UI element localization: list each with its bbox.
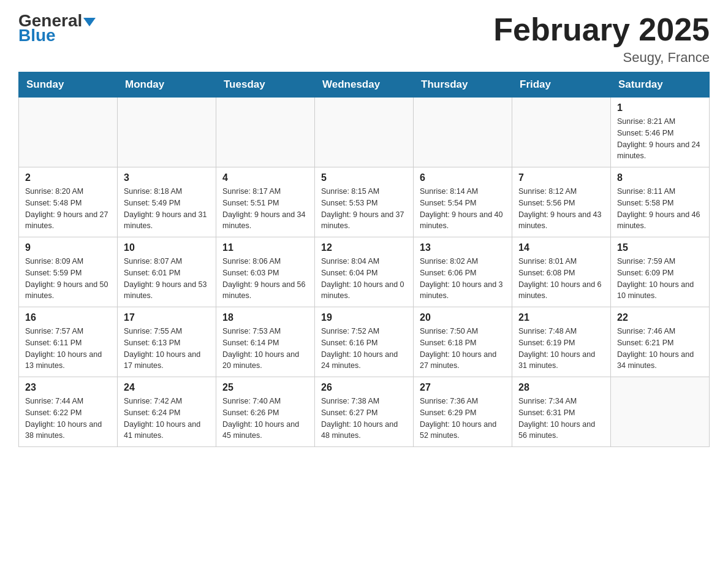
calendar-day-cell: 19Sunrise: 7:52 AMSunset: 6:16 PMDayligh… — [315, 307, 414, 377]
calendar-day-cell: 23Sunrise: 7:44 AMSunset: 6:22 PMDayligh… — [19, 377, 118, 447]
day-of-week-header: Monday — [118, 72, 216, 98]
calendar-week-row: 1Sunrise: 8:21 AMSunset: 5:46 PMDaylight… — [19, 98, 710, 167]
day-number: 23 — [25, 382, 111, 393]
day-info: Sunrise: 8:17 AMSunset: 5:51 PMDaylight:… — [222, 186, 308, 232]
calendar-header-row: SundayMondayTuesdayWednesdayThursdayFrid… — [19, 72, 710, 98]
day-number: 18 — [222, 312, 308, 323]
day-number: 21 — [518, 312, 604, 323]
calendar-day-cell: 14Sunrise: 8:01 AMSunset: 6:08 PMDayligh… — [512, 237, 611, 307]
day-number: 8 — [617, 172, 703, 183]
day-info: Sunrise: 7:53 AMSunset: 6:14 PMDaylight:… — [222, 326, 308, 372]
calendar-day-cell: 15Sunrise: 7:59 AMSunset: 6:09 PMDayligh… — [611, 237, 710, 307]
day-number: 3 — [124, 172, 210, 183]
calendar-day-cell — [512, 98, 611, 167]
day-of-week-header: Friday — [512, 72, 611, 98]
day-info: Sunrise: 8:09 AMSunset: 5:59 PMDaylight:… — [25, 256, 111, 302]
day-info: Sunrise: 7:50 AMSunset: 6:18 PMDaylight:… — [420, 326, 506, 372]
calendar-day-cell — [216, 98, 315, 167]
calendar-table: SundayMondayTuesdayWednesdayThursdayFrid… — [18, 72, 710, 447]
day-number: 9 — [25, 242, 111, 253]
day-number: 17 — [124, 312, 210, 323]
day-info: Sunrise: 8:02 AMSunset: 6:06 PMDaylight:… — [420, 256, 506, 302]
calendar-day-cell: 18Sunrise: 7:53 AMSunset: 6:14 PMDayligh… — [216, 307, 315, 377]
day-info: Sunrise: 7:52 AMSunset: 6:16 PMDaylight:… — [321, 326, 407, 372]
calendar-day-cell: 11Sunrise: 8:06 AMSunset: 6:03 PMDayligh… — [216, 237, 315, 307]
calendar-day-cell: 12Sunrise: 8:04 AMSunset: 6:04 PMDayligh… — [315, 237, 414, 307]
day-number: 25 — [222, 382, 308, 393]
calendar-day-cell: 27Sunrise: 7:36 AMSunset: 6:29 PMDayligh… — [414, 377, 512, 447]
logo: General Blue — [18, 12, 96, 44]
day-number: 28 — [518, 382, 604, 393]
day-info: Sunrise: 8:12 AMSunset: 5:56 PMDaylight:… — [518, 186, 604, 232]
calendar-week-row: 23Sunrise: 7:44 AMSunset: 6:22 PMDayligh… — [19, 377, 710, 447]
day-info: Sunrise: 7:46 AMSunset: 6:21 PMDaylight:… — [617, 326, 703, 372]
day-info: Sunrise: 7:48 AMSunset: 6:19 PMDaylight:… — [518, 326, 604, 372]
day-number: 20 — [420, 312, 506, 323]
day-number: 22 — [617, 312, 703, 323]
day-of-week-header: Tuesday — [216, 72, 315, 98]
calendar-day-cell: 25Sunrise: 7:40 AMSunset: 6:26 PMDayligh… — [216, 377, 315, 447]
day-number: 13 — [420, 242, 506, 253]
calendar-week-row: 9Sunrise: 8:09 AMSunset: 5:59 PMDaylight… — [19, 237, 710, 307]
day-number: 4 — [222, 172, 308, 183]
month-title: February 2025 — [493, 12, 710, 47]
calendar-day-cell — [414, 98, 512, 167]
calendar-day-cell — [315, 98, 414, 167]
calendar-day-cell: 28Sunrise: 7:34 AMSunset: 6:31 PMDayligh… — [512, 377, 611, 447]
day-info: Sunrise: 7:36 AMSunset: 6:29 PMDaylight:… — [420, 396, 506, 442]
day-number: 15 — [617, 242, 703, 253]
logo-triangle-icon — [83, 18, 96, 26]
calendar-day-cell: 3Sunrise: 8:18 AMSunset: 5:49 PMDaylight… — [118, 167, 216, 237]
calendar-day-cell: 9Sunrise: 8:09 AMSunset: 5:59 PMDaylight… — [19, 237, 118, 307]
calendar-day-cell: 16Sunrise: 7:57 AMSunset: 6:11 PMDayligh… — [19, 307, 118, 377]
day-number: 24 — [124, 382, 210, 393]
calendar-day-cell: 21Sunrise: 7:48 AMSunset: 6:19 PMDayligh… — [512, 307, 611, 377]
calendar-day-cell: 7Sunrise: 8:12 AMSunset: 5:56 PMDaylight… — [512, 167, 611, 237]
day-number: 12 — [321, 242, 407, 253]
calendar-day-cell: 4Sunrise: 8:17 AMSunset: 5:51 PMDaylight… — [216, 167, 315, 237]
day-info: Sunrise: 7:38 AMSunset: 6:27 PMDaylight:… — [321, 396, 407, 442]
title-block: February 2025 Seugy, France — [493, 12, 710, 66]
day-of-week-header: Wednesday — [315, 72, 414, 98]
day-info: Sunrise: 8:04 AMSunset: 6:04 PMDaylight:… — [321, 256, 407, 302]
calendar-week-row: 16Sunrise: 7:57 AMSunset: 6:11 PMDayligh… — [19, 307, 710, 377]
calendar-day-cell: 6Sunrise: 8:14 AMSunset: 5:54 PMDaylight… — [414, 167, 512, 237]
day-number: 10 — [124, 242, 210, 253]
day-number: 2 — [25, 172, 111, 183]
day-info: Sunrise: 8:18 AMSunset: 5:49 PMDaylight:… — [124, 186, 210, 232]
calendar-day-cell: 8Sunrise: 8:11 AMSunset: 5:58 PMDaylight… — [611, 167, 710, 237]
day-number: 27 — [420, 382, 506, 393]
calendar-day-cell: 2Sunrise: 8:20 AMSunset: 5:48 PMDaylight… — [19, 167, 118, 237]
calendar-day-cell — [118, 98, 216, 167]
day-of-week-header: Saturday — [611, 72, 710, 98]
day-info: Sunrise: 8:01 AMSunset: 6:08 PMDaylight:… — [518, 256, 604, 302]
day-number: 16 — [25, 312, 111, 323]
day-info: Sunrise: 7:34 AMSunset: 6:31 PMDaylight:… — [518, 396, 604, 442]
calendar-day-cell: 1Sunrise: 8:21 AMSunset: 5:46 PMDaylight… — [611, 98, 710, 167]
day-number: 7 — [518, 172, 604, 183]
calendar-day-cell: 10Sunrise: 8:07 AMSunset: 6:01 PMDayligh… — [118, 237, 216, 307]
calendar-week-row: 2Sunrise: 8:20 AMSunset: 5:48 PMDaylight… — [19, 167, 710, 237]
calendar-day-cell: 22Sunrise: 7:46 AMSunset: 6:21 PMDayligh… — [611, 307, 710, 377]
day-info: Sunrise: 7:44 AMSunset: 6:22 PMDaylight:… — [25, 396, 111, 442]
day-info: Sunrise: 7:59 AMSunset: 6:09 PMDaylight:… — [617, 256, 703, 302]
day-info: Sunrise: 8:07 AMSunset: 6:01 PMDaylight:… — [124, 256, 210, 302]
calendar-day-cell — [611, 377, 710, 447]
calendar-day-cell — [19, 98, 118, 167]
logo-blue: Blue — [18, 27, 96, 44]
location: Seugy, France — [493, 50, 710, 66]
day-number: 11 — [222, 242, 308, 253]
calendar-day-cell: 13Sunrise: 8:02 AMSunset: 6:06 PMDayligh… — [414, 237, 512, 307]
day-number: 14 — [518, 242, 604, 253]
day-info: Sunrise: 7:42 AMSunset: 6:24 PMDaylight:… — [124, 396, 210, 442]
day-number: 26 — [321, 382, 407, 393]
calendar-day-cell: 20Sunrise: 7:50 AMSunset: 6:18 PMDayligh… — [414, 307, 512, 377]
day-number: 5 — [321, 172, 407, 183]
day-of-week-header: Thursday — [414, 72, 512, 98]
calendar-day-cell: 5Sunrise: 8:15 AMSunset: 5:53 PMDaylight… — [315, 167, 414, 237]
day-info: Sunrise: 7:55 AMSunset: 6:13 PMDaylight:… — [124, 326, 210, 372]
day-info: Sunrise: 8:15 AMSunset: 5:53 PMDaylight:… — [321, 186, 407, 232]
day-info: Sunrise: 8:14 AMSunset: 5:54 PMDaylight:… — [420, 186, 506, 232]
day-info: Sunrise: 8:11 AMSunset: 5:58 PMDaylight:… — [617, 186, 703, 232]
page-header: General Blue February 2025 Seugy, France — [18, 12, 710, 66]
